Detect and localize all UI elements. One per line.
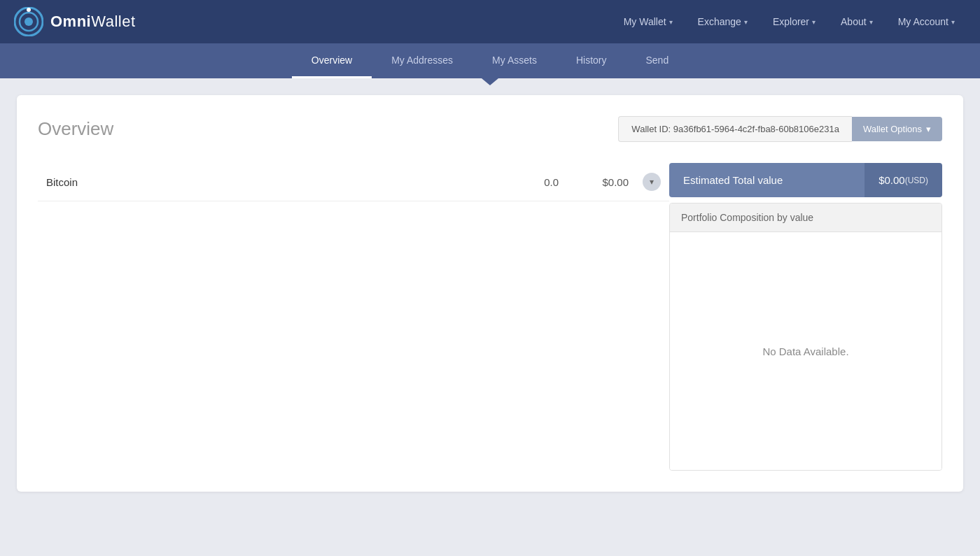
chevron-down-icon: ▾	[869, 18, 873, 26]
tab-my-assets[interactable]: My Assets	[472, 43, 556, 78]
chevron-down-icon: ▾	[926, 124, 931, 134]
chevron-down-icon: ▾	[650, 177, 654, 187]
sub-navigation: Overview My Addresses My Assets History …	[0, 43, 980, 78]
brand-name: OmniWallet	[50, 13, 136, 31]
wallet-id-display: Wallet ID: 9a36fb61-5964-4c2f-fba8-60b81…	[618, 116, 852, 142]
tab-send[interactable]: Send	[626, 43, 688, 78]
wallet-id-value: 9a36fb61-5964-4c2f-fba8-60b8106e231a	[673, 124, 839, 134]
portfolio-composition-body: No Data Available.	[670, 232, 941, 470]
overview-header: Overview Wallet ID: 9a36fb61-5964-4c2f-f…	[38, 116, 942, 142]
asset-expand-button[interactable]: ▾	[643, 173, 661, 191]
top-navigation: OmniWallet My Wallet ▾ Exchange ▾ Explor…	[0, 0, 980, 43]
nav-item-my-account[interactable]: My Account ▾	[887, 10, 966, 33]
estimated-total-value: $0.00 (USD)	[864, 163, 942, 197]
asset-name: Bitcoin	[46, 176, 475, 188]
nav-item-about[interactable]: About ▾	[830, 10, 884, 33]
asset-value: $0.00	[573, 176, 629, 188]
wallet-options-button[interactable]: Wallet Options ▾	[852, 117, 942, 141]
right-panel: Estimated Total value $0.00 (USD) Portfo…	[669, 163, 942, 471]
no-data-message: No Data Available.	[762, 345, 848, 357]
main-content: Overview Wallet ID: 9a36fb61-5964-4c2f-f…	[0, 78, 980, 508]
tab-overview[interactable]: Overview	[292, 43, 372, 78]
chevron-down-icon: ▾	[951, 18, 955, 26]
logo-area: OmniWallet	[14, 7, 612, 36]
asset-amount: 0.0	[489, 176, 559, 188]
logo-icon	[14, 7, 43, 36]
wallet-id-area: Wallet ID: 9a36fb61-5964-4c2f-fba8-60b81…	[618, 116, 942, 142]
svg-point-2	[24, 17, 33, 26]
tab-my-addresses[interactable]: My Addresses	[372, 43, 472, 78]
tab-history[interactable]: History	[556, 43, 626, 78]
portfolio-composition-box: Portfolio Composition by value No Data A…	[669, 203, 942, 471]
svg-point-3	[27, 8, 31, 12]
nav-item-my-wallet[interactable]: My Wallet ▾	[612, 10, 684, 33]
page-title: Overview	[38, 118, 113, 140]
nav-item-exchange[interactable]: Exchange ▾	[687, 10, 759, 33]
nav-item-explorer[interactable]: Explorer ▾	[762, 10, 827, 33]
portfolio-composition-header: Portfolio Composition by value	[670, 204, 941, 232]
overview-card: Overview Wallet ID: 9a36fb61-5964-4c2f-f…	[17, 95, 963, 492]
chevron-down-icon: ▾	[744, 18, 748, 26]
estimated-total-widget: Estimated Total value $0.00 (USD)	[669, 163, 942, 197]
table-row: Bitcoin 0.0 $0.00 ▾	[38, 163, 669, 201]
estimated-total-label: Estimated Total value	[669, 163, 864, 197]
chevron-down-icon: ▾	[669, 18, 673, 26]
currency-label: (USD)	[905, 176, 928, 185]
nav-links: My Wallet ▾ Exchange ▾ Explorer ▾ About …	[612, 10, 966, 33]
chevron-down-icon: ▾	[812, 18, 816, 26]
content-grid: Bitcoin 0.0 $0.00 ▾ Estimated Total valu…	[38, 163, 942, 471]
assets-section: Bitcoin 0.0 $0.00 ▾	[38, 163, 669, 201]
